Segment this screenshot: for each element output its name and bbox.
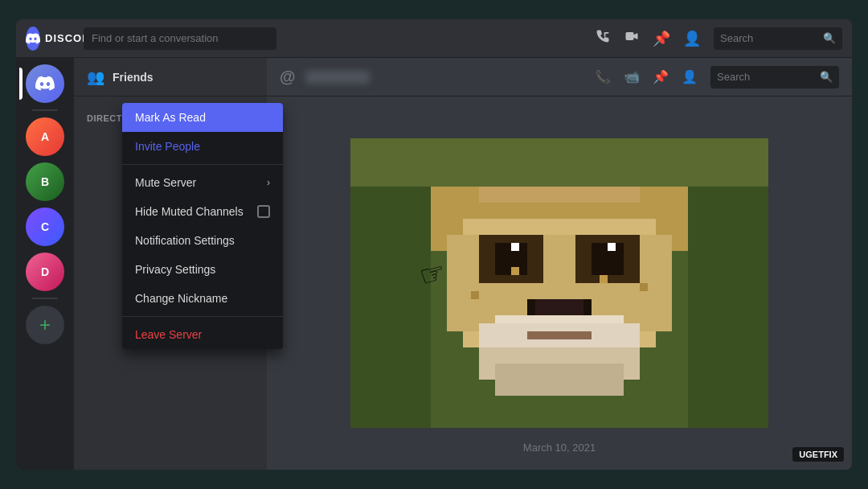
svg-rect-15 — [608, 243, 616, 251]
chat-search-box[interactable]: Search 🔍 — [710, 66, 839, 88]
svg-rect-27 — [600, 275, 608, 283]
sidebar-divider — [32, 109, 58, 111]
context-menu: Mark As Read Invite People Mute Server ›… — [122, 103, 283, 349]
context-menu-invite-people[interactable]: Invite People — [122, 132, 283, 161]
svg-rect-29 — [640, 283, 648, 291]
chat-search-icon: 🔍 — [820, 71, 833, 83]
start-voice-call-icon[interactable] — [595, 28, 611, 48]
svg-rect-25 — [495, 364, 624, 396]
doge-image — [350, 138, 768, 428]
notification-settings-label: Notification Settings — [135, 234, 235, 247]
context-menu-mark-as-read[interactable]: Mark As Read — [122, 103, 283, 132]
add-server-button[interactable]: + — [26, 306, 64, 344]
channel-name-blurred — [305, 71, 370, 84]
chat-icons: 📞 📹 📌 👤 Search 🔍 — [595, 66, 839, 88]
context-menu-divider-2 — [122, 316, 283, 317]
pinned-messages-icon[interactable]: 📌 — [653, 30, 670, 47]
privacy-settings-label: Privacy Settings — [135, 263, 215, 276]
context-menu-notification-settings[interactable]: Notification Settings — [122, 226, 283, 255]
hide-muted-label: Hide Muted Channels — [135, 205, 244, 218]
invite-people-label: Invite People — [135, 140, 200, 153]
hide-muted-checkbox[interactable] — [257, 205, 270, 218]
dm-panel: 👥 Friends DIRECT MESSAGES + Mark As Read… — [74, 58, 267, 470]
chat-body: March 10, 2021 — [267, 97, 852, 470]
sidebar-divider-2 — [32, 298, 58, 299]
ugetfix-badge: UGETFIX — [792, 447, 844, 462]
context-menu-change-nickname[interactable]: Change Nickname — [122, 284, 283, 313]
leave-server-label: Leave Server — [135, 328, 202, 341]
discord-icon — [26, 27, 40, 51]
chat-search-label: Search — [717, 71, 815, 83]
svg-rect-23 — [350, 138, 768, 187]
svg-rect-14 — [511, 243, 519, 251]
svg-rect-20 — [527, 331, 592, 339]
discord-logo: DISCORD — [26, 27, 74, 51]
date-separator: March 10, 2021 — [523, 442, 596, 454]
svg-rect-26 — [511, 267, 519, 275]
main-content: A B C D + 👥 Friends DIRECT MESSAGES + — [16, 58, 852, 470]
dm-search-input[interactable]: Find or start a conversation — [84, 27, 276, 50]
add-member-icon[interactable]: 👤 — [682, 69, 698, 84]
friends-icon: 👥 — [87, 68, 104, 86]
voice-call-icon[interactable]: 📞 — [595, 69, 611, 84]
add-friend-icon[interactable]: 👤 — [683, 30, 701, 47]
sidebar-item-server-2[interactable]: B — [26, 162, 64, 201]
at-symbol-icon: @ — [280, 68, 296, 86]
sidebar-item-server-4[interactable]: D — [26, 253, 64, 291]
context-menu-divider-1 — [122, 164, 283, 165]
pin-icon[interactable]: 📌 — [653, 69, 669, 84]
context-menu-hide-muted[interactable]: Hide Muted Channels — [122, 197, 283, 226]
server-sidebar: A B C D + — [16, 58, 74, 470]
dm-search-placeholder: Find or start a conversation — [92, 32, 219, 44]
top-bar-actions: 📌 👤 Search 🔍 — [595, 27, 842, 50]
home-button[interactable] — [26, 64, 64, 103]
friends-label: Friends — [113, 71, 154, 84]
dm-panel-header: 👥 Friends — [74, 58, 267, 97]
search-icon: 🔍 — [823, 32, 836, 44]
mark-as-read-label: Mark As Read — [135, 111, 206, 124]
search-label: Search — [720, 32, 818, 44]
svg-rect-28 — [471, 291, 479, 299]
sidebar-item-server-3[interactable]: C — [26, 208, 64, 246]
chat-area: @ 📞 📹 📌 👤 Search 🔍 — [267, 58, 852, 470]
search-box[interactable]: Search 🔍 — [714, 27, 842, 50]
chat-header: @ 📞 📹 📌 👤 Search 🔍 — [267, 58, 852, 97]
start-video-call-icon[interactable] — [624, 28, 640, 48]
sidebar-item-server-1[interactable]: A — [26, 117, 64, 156]
chevron-right-icon: › — [267, 177, 270, 188]
change-nickname-label: Change Nickname — [135, 292, 227, 305]
video-call-icon[interactable]: 📹 — [624, 69, 640, 84]
app-window: DISCORD Find or start a conversation 📌 — [16, 19, 852, 470]
mute-server-label: Mute Server — [135, 176, 196, 189]
context-menu-privacy-settings[interactable]: Privacy Settings — [122, 255, 283, 284]
context-menu-mute-server[interactable]: Mute Server › — [122, 168, 283, 197]
top-bar: DISCORD Find or start a conversation 📌 — [16, 19, 852, 58]
context-menu-leave-server[interactable]: Leave Server — [122, 320, 283, 349]
